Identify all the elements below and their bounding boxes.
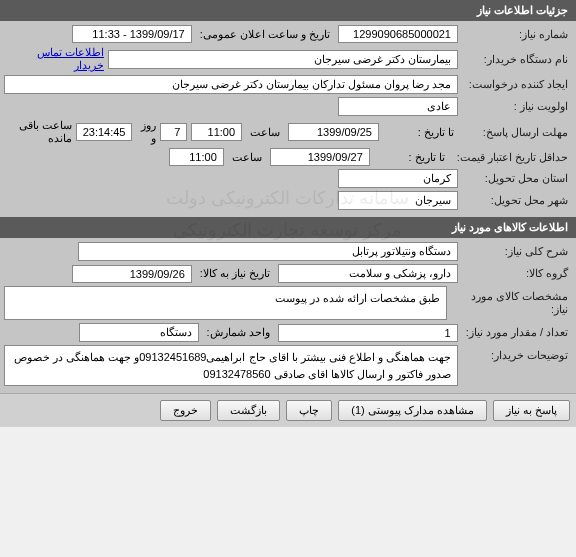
attachments-button[interactable]: مشاهده مدارک پیوستی (1)	[338, 400, 487, 421]
days-label: روز و	[136, 119, 155, 145]
remaining-days-field: 7	[160, 123, 188, 141]
specs-label: مشخصات کالای مورد نیاز:	[451, 286, 572, 318]
remaining-time-field: 23:14:45	[76, 123, 133, 141]
qty-field: 1	[278, 324, 458, 342]
desc-field: دستگاه ونتیلاتور پرتابل	[78, 242, 458, 261]
city-field: سیرجان	[338, 191, 458, 210]
announce-field: 1399/09/17 - 11:33	[72, 25, 192, 43]
province-label: استان محل تحویل:	[462, 170, 572, 187]
exit-button[interactable]: خروج	[160, 400, 211, 421]
unit-label: واحد شمارش:	[203, 326, 274, 339]
goods-info-panel: شرح کلی نیاز: دستگاه ونتیلاتور پرتابل گر…	[0, 238, 576, 393]
buyer-notes-field: جهت هماهنگی و اطلاع فنی بیشتر با اقای حا…	[4, 345, 458, 386]
buyer-notes-label: توضیحات خریدار:	[462, 345, 572, 364]
deadline-date-field: 1399/09/25	[288, 123, 379, 141]
creator-field: مجد رضا پروان مسئول تدارکان بیمارستان دک…	[4, 75, 458, 94]
deadline-time-label: ساعت	[246, 126, 284, 139]
unit-field: دستگاه	[79, 323, 199, 342]
group-label: گروه کالا:	[462, 265, 572, 282]
date-need-field: 1399/09/26	[72, 265, 192, 283]
city-label: شهر محل تحویل:	[462, 192, 572, 209]
desc-label: شرح کلی نیاز:	[462, 243, 572, 260]
action-button-bar: پاسخ به نیاز مشاهده مدارک پیوستی (1) چاپ…	[0, 393, 576, 427]
min-validity-date-field: 1399/09/27	[270, 148, 370, 166]
min-validity-time-label: ساعت	[228, 151, 266, 164]
to-date-label: تا تاریخ :	[383, 126, 458, 139]
creator-label: ایجاد کننده درخواست:	[462, 76, 572, 93]
section-header-need-info: جزئیات اطلاعات نیاز	[0, 0, 576, 21]
buyer-org-label: نام دستگاه خریدار:	[462, 51, 572, 68]
deadline-label: مهلت ارسال پاسخ:	[462, 124, 572, 141]
min-validity-to-date-label: تا تاریخ :	[374, 151, 449, 164]
need-info-panel: شماره نیاز: 1299090685000021 تاریخ و ساع…	[0, 21, 576, 217]
respond-button[interactable]: پاسخ به نیاز	[493, 400, 570, 421]
need-number-field: 1299090685000021	[338, 25, 458, 43]
date-need-label: تاریخ نیاز به کالا:	[196, 267, 274, 280]
deadline-time-field: 11:00	[191, 123, 242, 141]
time-remaining: 7 روز و 23:14:45 ساعت باقی مانده	[4, 119, 187, 145]
province-field: کرمان	[338, 169, 458, 188]
min-validity-time-field: 11:00	[169, 148, 224, 166]
buyer-contact-link[interactable]: اطلاعات تماس خریدار	[4, 46, 104, 72]
min-validity-label: حداقل تاریخ اعتبار قیمت:	[453, 149, 572, 166]
announce-label: تاریخ و ساعت اعلان عمومی:	[196, 28, 334, 41]
need-number-label: شماره نیاز:	[462, 26, 572, 43]
group-field: دارو، پزشکی و سلامت	[278, 264, 458, 283]
qty-label: تعداد / مقدار مورد نیاز:	[462, 324, 572, 341]
specs-field: طبق مشخصات ارائه شده در پیوست	[4, 286, 447, 320]
remaining-label: ساعت باقی مانده	[4, 119, 72, 145]
priority-label: اولویت نیاز :	[462, 98, 572, 115]
section-header-goods-info: اطلاعات کالاهای مورد نیاز	[0, 217, 576, 238]
priority-field: عادی	[338, 97, 458, 116]
print-button[interactable]: چاپ	[286, 400, 332, 421]
buyer-org-field: بیمارستان دکتر غرضی سیرجان	[108, 50, 458, 69]
back-button[interactable]: بازگشت	[217, 400, 280, 421]
